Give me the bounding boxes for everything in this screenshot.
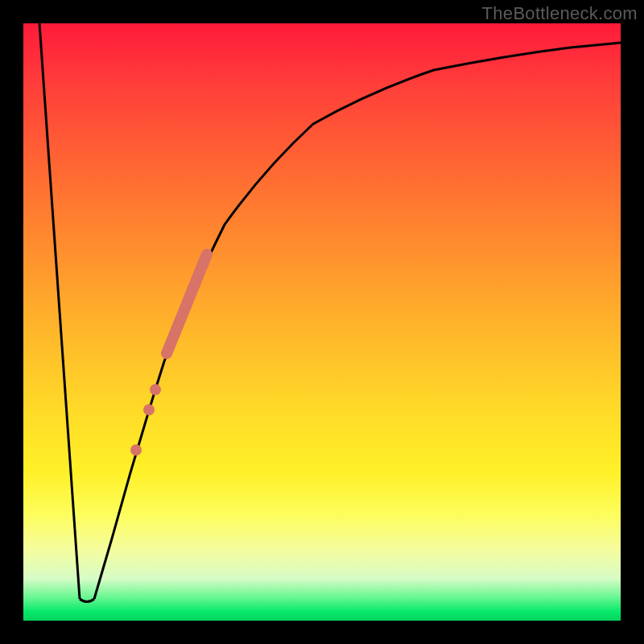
chart-container: TheBottleneck.com	[0, 0, 644, 644]
curve-rising-asymptote	[94, 43, 621, 599]
watermark-text: TheBottleneck.com	[482, 3, 638, 24]
curve-valley-floor	[80, 599, 94, 602]
plot-area	[23, 23, 621, 621]
chart-svg	[23, 23, 621, 621]
curve-left-steep	[39, 23, 80, 599]
highlight-dot-1	[150, 384, 161, 395]
highlight-dot-3	[130, 444, 142, 456]
highlight-dot-2	[143, 404, 155, 415]
highlight-segment	[167, 254, 207, 353]
